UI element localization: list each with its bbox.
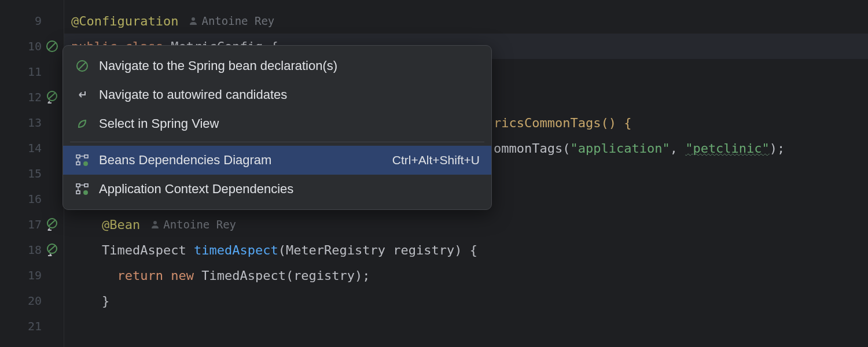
method-token: ricsCommonTags() {: [494, 116, 631, 130]
svg-rect-18: [76, 184, 80, 187]
empty-gutter-icon: [45, 14, 59, 28]
svg-point-15: [83, 161, 88, 166]
code-line: return new TimedAspect(registry);: [71, 263, 868, 288]
popup-item-label: Select in Spring View: [99, 116, 480, 131]
line-number: 9: [19, 14, 42, 28]
keyword-token: new: [171, 268, 201, 283]
comma-token: ,: [670, 141, 686, 156]
svg-point-8: [192, 17, 195, 21]
code-line: @Configuration Antoine Rey: [71, 8, 868, 34]
type-token: TimedAspect: [102, 243, 194, 257]
string-token: "petclinic": [685, 141, 770, 156]
popup-item-navigate-autowired[interactable]: Navigate to autowired candidates: [63, 80, 491, 109]
line-number: 15: [19, 167, 42, 180]
gutter-row[interactable]: 9: [0, 8, 64, 34]
author-name: Antoine Rey: [201, 14, 274, 27]
line-number: 11: [19, 65, 42, 79]
method-decl-token: timedAspect: [194, 243, 278, 257]
svg-rect-12: [76, 155, 80, 158]
gutter-row[interactable]: 19: [0, 263, 64, 288]
popup-divider: [70, 142, 484, 142]
keyword-token: return: [117, 268, 171, 283]
gutter-row[interactable]: 10: [0, 34, 64, 59]
spring-nav-gutter-icon[interactable]: [45, 243, 59, 257]
line-number: 18: [19, 243, 42, 257]
svg-line-11: [79, 62, 86, 69]
spring-bean-gutter-icon[interactable]: [45, 39, 59, 53]
brace-token: }: [102, 294, 109, 308]
svg-line-5: [49, 220, 55, 226]
gutter-row[interactable]: 11: [0, 59, 64, 84]
empty-gutter-icon: [45, 167, 59, 180]
gutter-row[interactable]: 14: [0, 135, 64, 161]
arrow-return-icon: [75, 87, 90, 102]
popup-item-beans-dependencies-diagram[interactable]: Beans Dependencies Diagram Ctrl+Alt+Shif…: [63, 146, 491, 175]
gutter-row[interactable]: 17: [0, 212, 64, 237]
popup-item-label: Navigate to autowired candidates: [99, 87, 480, 102]
leaf-icon: [75, 116, 90, 131]
line-number: 14: [19, 141, 42, 155]
svg-rect-13: [84, 155, 88, 158]
svg-point-21: [83, 190, 88, 195]
code-token: );: [770, 141, 785, 156]
diagram-icon: [75, 182, 90, 197]
line-number: 10: [19, 39, 42, 53]
line-number: 20: [19, 294, 42, 308]
author-inlay-hint[interactable]: Antoine Rey: [150, 218, 236, 231]
call-token: TimedAspect(registry);: [201, 268, 370, 283]
code-line: TimedAspect timedAspect (MeterRegistry r…: [71, 237, 868, 263]
gutter: 9 10 11 12 13 14 15: [0, 0, 64, 347]
svg-line-3: [49, 93, 55, 99]
svg-rect-14: [76, 162, 80, 165]
gutter-row[interactable]: 20: [0, 288, 64, 313]
gutter-actions-popup: Navigate to the Spring bean declaration(…: [62, 45, 492, 210]
gutter-row[interactable]: 21: [0, 313, 64, 339]
svg-rect-20: [76, 191, 80, 194]
code-line: [71, 313, 868, 339]
line-number: 13: [19, 116, 42, 130]
gutter-row[interactable]: 12: [0, 84, 64, 110]
line-number: 21: [19, 319, 42, 333]
popup-item-label: Beans Dependencies Diagram: [99, 153, 383, 168]
line-number: 17: [19, 217, 42, 231]
spring-autowired-gutter-icon[interactable]: [45, 217, 59, 231]
gutter-row[interactable]: 15: [0, 161, 64, 186]
line-number: 12: [19, 90, 42, 104]
annotation-token: @Configuration: [71, 14, 178, 28]
empty-gutter-icon: [45, 294, 59, 308]
svg-line-7: [49, 246, 55, 252]
diagram-icon: [75, 153, 90, 168]
empty-gutter-icon: [45, 65, 59, 79]
empty-gutter-icon: [45, 268, 59, 282]
signature-token: (MeterRegistry registry) {: [278, 243, 477, 257]
popup-item-navigate-bean-declaration[interactable]: Navigate to the Spring bean declaration(…: [63, 51, 491, 80]
empty-gutter-icon: [45, 141, 59, 155]
popup-item-application-context-dependencies[interactable]: Application Context Dependencies: [63, 175, 491, 204]
gutter-row[interactable]: 18: [0, 237, 64, 263]
author-inlay-hint[interactable]: Antoine Rey: [189, 14, 274, 27]
empty-gutter-icon: [45, 192, 59, 206]
spring-circle-icon: [75, 58, 90, 73]
author-name: Antoine Rey: [163, 218, 236, 231]
line-number: 19: [19, 268, 42, 282]
svg-rect-19: [84, 184, 88, 187]
gutter-row[interactable]: 16: [0, 186, 64, 212]
line-number: 16: [19, 192, 42, 206]
person-icon: [150, 220, 160, 229]
code-line: @Bean Antoine Rey: [71, 212, 868, 237]
popup-item-label: Application Context Dependencies: [99, 182, 480, 197]
popup-item-label: Navigate to the Spring bean declaration(…: [99, 58, 480, 73]
popup-item-shortcut: Ctrl+Alt+Shift+U: [392, 153, 480, 167]
empty-gutter-icon: [45, 319, 59, 333]
svg-point-9: [153, 221, 157, 224]
person-icon: [189, 16, 198, 25]
svg-line-1: [49, 43, 56, 50]
code-line: }: [71, 288, 868, 313]
annotation-token: @Bean: [102, 217, 140, 232]
gutter-row[interactable]: 13: [0, 110, 64, 135]
string-token: "application": [570, 141, 670, 156]
empty-gutter-icon: [45, 116, 59, 130]
popup-item-select-spring-view[interactable]: Select in Spring View: [63, 109, 491, 138]
spring-autowired-gutter-icon[interactable]: [45, 90, 59, 104]
code-token: ommonTags(: [494, 141, 570, 156]
